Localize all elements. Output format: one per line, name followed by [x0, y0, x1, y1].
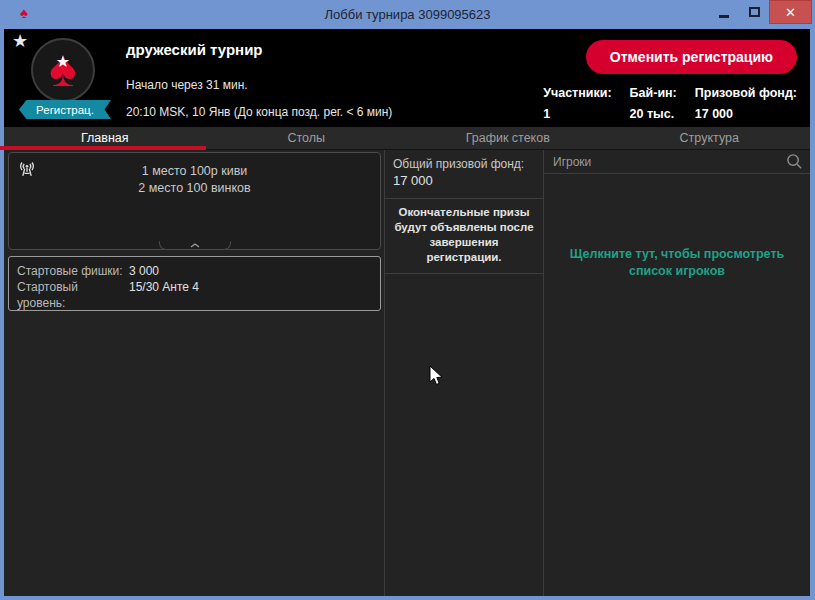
start-countdown: Начало через 31 мин. — [126, 78, 248, 92]
start-level-row: Стартовый уровень: 15/30 Анте 4 — [17, 279, 372, 311]
stat-value: 1 — [543, 107, 611, 121]
prize-pool-label: Общий призовой фонд: — [393, 156, 535, 172]
titlebar[interactable]: ♠ Лобби турнира 3099095623 ✕ — [0, 0, 815, 29]
announcement-line-1: 1 место 100р киви — [9, 163, 380, 180]
tab-structure[interactable]: Структура — [609, 127, 811, 149]
tournament-stats: Участники: 1 Бай-ин: 20 тыс. Призовой фо… — [543, 86, 797, 121]
start-chips-row: Стартовые фишки: 3 000 — [17, 263, 372, 279]
window-title: Лобби турнира 3099095623 — [0, 7, 815, 22]
show-players-link[interactable]: Щелкните тут, чтобы просмотреть список и… — [551, 246, 803, 280]
prize-pool-section: Общий призовой фонд: 17 000 — [385, 150, 543, 199]
maximize-button[interactable] — [739, 0, 769, 24]
tab-main[interactable]: Главная — [4, 127, 206, 149]
stat-label: Бай-ин: — [630, 86, 677, 100]
stat-value: 17 000 — [695, 107, 797, 121]
stat-label: Участники: — [543, 86, 611, 100]
tournament-title: дружеский турнир — [126, 41, 263, 58]
start-chips-value: 3 000 — [129, 263, 159, 279]
tournament-logo: ♠ ★ — [31, 38, 95, 102]
start-info-box: Стартовые фишки: 3 000 Стартовый уровень… — [8, 256, 381, 311]
close-button[interactable]: ✕ — [769, 0, 812, 24]
close-icon: ✕ — [785, 6, 796, 19]
tournament-header: ★ ♠ ★ Регистрац. дружеский турнир Начало… — [4, 29, 810, 127]
announcement-box: 1 место 100р киви 2 место 100 винков — [8, 152, 381, 250]
favorite-star-icon[interactable]: ★ — [12, 30, 28, 52]
stat-value: 20 тыс. — [630, 107, 677, 121]
tab-stack-chart[interactable]: График стеков — [407, 127, 609, 149]
maximize-icon — [749, 7, 760, 17]
logo-star-icon: ★ — [56, 54, 70, 70]
search-icon[interactable] — [785, 152, 804, 171]
start-chips-label: Стартовые фишки: — [17, 263, 129, 279]
announcement-line-2: 2 место 100 винков — [9, 180, 380, 197]
stat-buyin: Бай-ин: 20 тыс. — [630, 86, 677, 121]
tab-tables[interactable]: Столы — [206, 127, 408, 149]
client-area: ★ ♠ ★ Регистрац. дружеский турнир Начало… — [4, 29, 810, 596]
main-content: 1 место 100р киви 2 место 100 винков Ста… — [4, 150, 810, 596]
stat-label: Призовой фонд: — [695, 86, 797, 100]
collapse-handle[interactable] — [159, 241, 231, 250]
minimize-button[interactable] — [709, 0, 739, 24]
players-search-bar — [544, 150, 810, 174]
broadcast-icon — [17, 160, 37, 184]
cancel-registration-button[interactable]: Отменить регистрацию — [586, 40, 797, 74]
window-controls: ✕ — [709, 0, 812, 24]
announcement-text: 1 место 100р киви 2 место 100 винков — [9, 153, 380, 197]
start-level-label: Стартовый уровень: — [17, 279, 129, 311]
prize-pool-panel: Общий призовой фонд: 17 000 Окончательны… — [385, 150, 543, 596]
stat-prizepool: Призовой фонд: 17 000 — [695, 86, 797, 121]
players-panel: Щелкните тут, чтобы просмотреть список и… — [544, 150, 810, 596]
prize-notice: Окончательные призы будут объявлены посл… — [385, 199, 543, 274]
players-search-input[interactable] — [553, 155, 785, 169]
tab-bar: Главная Столы График стеков Структура — [4, 127, 810, 150]
status-badge: Регистрац. — [19, 100, 111, 119]
minimize-icon — [719, 15, 729, 18]
schedule-info: 20:10 MSK, 10 Янв (До конца позд. рег. <… — [126, 105, 392, 119]
left-panel: 1 место 100р киви 2 место 100 винков Ста… — [4, 150, 384, 596]
stat-participants: Участники: 1 — [543, 86, 611, 121]
tournament-lobby-window: ♠ Лобби турнира 3099095623 ✕ ★ ♠ ★ Регис… — [0, 0, 815, 600]
pokerstars-spade-icon: ♠ — [20, 5, 28, 20]
start-level-value: 15/30 Анте 4 — [129, 279, 199, 311]
prize-pool-value: 17 000 — [393, 172, 535, 190]
chevron-up-icon — [189, 242, 201, 249]
